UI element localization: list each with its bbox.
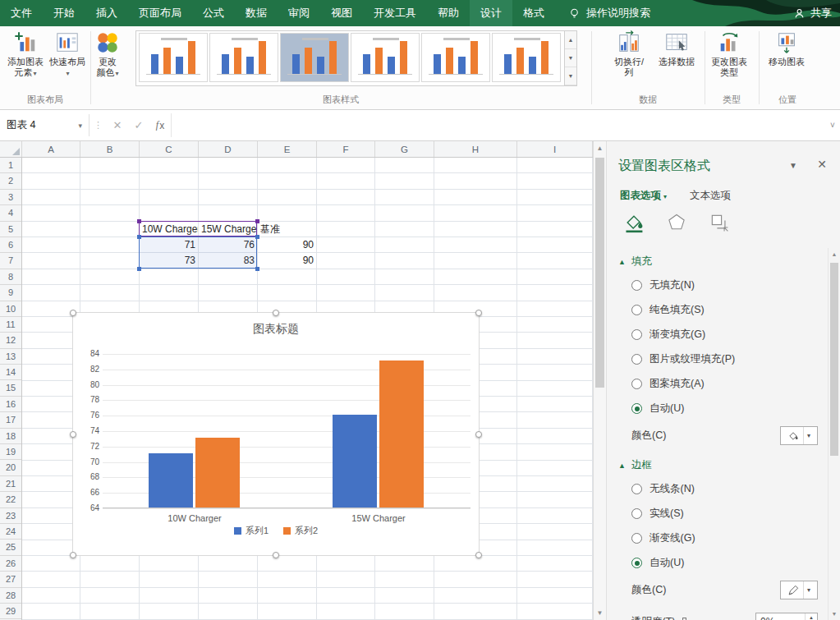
row-header-2[interactable]: 2: [0, 173, 21, 189]
formula-input[interactable]: [171, 113, 825, 137]
switch-row-column-button[interactable]: 切换行/列: [611, 30, 647, 78]
border-option-2[interactable]: 实线(S): [631, 507, 823, 521]
column-header-E[interactable]: E: [258, 141, 317, 157]
row-header-17[interactable]: 17: [0, 412, 21, 428]
quick-layout-button[interactable]: 快速布局▾: [48, 30, 87, 79]
tell-me-search[interactable]: 操作说明搜索: [568, 0, 650, 26]
transparency-spinner[interactable]: 0% ▲▼: [755, 613, 818, 620]
chart-resize-handle[interactable]: [70, 552, 76, 558]
gallery-up-icon[interactable]: ▲: [565, 31, 576, 49]
border-option-4[interactable]: 自动(U): [631, 556, 823, 570]
share-button[interactable]: 共享: [793, 0, 832, 26]
ribbon-tab-3[interactable]: 插入: [85, 0, 128, 26]
border-section-header[interactable]: ▲ 边框: [618, 458, 823, 472]
row-header-22[interactable]: 22: [0, 492, 21, 507]
row-header-8[interactable]: 8: [0, 269, 21, 285]
ribbon-tab-2[interactable]: 开始: [43, 0, 85, 26]
chart-legend[interactable]: 系列1系列2: [73, 525, 479, 537]
gallery-more-icon[interactable]: ▼: [565, 67, 576, 85]
gallery-down-icon[interactable]: ▼: [565, 49, 576, 67]
row-header-24[interactable]: 24: [0, 524, 21, 540]
tab-text-options[interactable]: 文本选项: [690, 189, 731, 203]
chart-resize-handle[interactable]: [475, 431, 482, 438]
row-header-23[interactable]: 23: [0, 508, 21, 524]
bar-系列1-10W Charger[interactable]: [149, 453, 193, 507]
bar-系列1-15W Charger[interactable]: [333, 415, 377, 507]
row-header-11[interactable]: 11: [0, 317, 21, 333]
border-color-button[interactable]: ▾: [780, 581, 818, 599]
cell-E5[interactable]: 基准: [258, 222, 316, 237]
column-header-A[interactable]: A: [22, 141, 80, 157]
pane-close-icon[interactable]: ✕: [817, 158, 827, 171]
pane-options-arrow-icon[interactable]: ▼: [789, 161, 797, 170]
select-all-corner[interactable]: [0, 141, 22, 157]
pane-scrollbar[interactable]: ▲ ▼: [828, 248, 840, 620]
fill-color-button[interactable]: ▾: [780, 426, 818, 445]
scroll-up-icon[interactable]: ▲: [829, 248, 840, 260]
fill-option-4[interactable]: 图片或纹理填充(P): [631, 352, 823, 366]
column-header-C[interactable]: C: [140, 141, 199, 157]
fill-option-3[interactable]: 渐变填充(G): [631, 328, 823, 342]
row-header-28[interactable]: 28: [0, 588, 21, 604]
ribbon-tab-8[interactable]: 视图: [320, 0, 363, 26]
chart-style-3[interactable]: [209, 33, 278, 82]
cell-E7[interactable]: 90: [258, 253, 316, 269]
row-header-16[interactable]: 16: [0, 397, 21, 412]
chart-style-5[interactable]: [351, 33, 420, 82]
chart-resize-handle[interactable]: [475, 310, 482, 316]
effects-icon[interactable]: [666, 212, 687, 233]
select-data-button[interactable]: 选择数据: [657, 30, 696, 67]
chart-resize-handle[interactable]: [475, 552, 482, 558]
row-header-27[interactable]: 27: [0, 572, 21, 587]
size-properties-icon[interactable]: [709, 212, 730, 233]
row-header-21[interactable]: 21: [0, 476, 21, 492]
fill-section-header[interactable]: ▲ 填充: [618, 255, 823, 269]
row-header-26[interactable]: 26: [0, 556, 21, 572]
border-option-3[interactable]: 渐变线(G): [631, 531, 823, 545]
row-header-3[interactable]: 3: [0, 190, 21, 205]
row-header-4[interactable]: 4: [0, 205, 21, 221]
scroll-up-icon[interactable]: ▲: [594, 141, 606, 155]
ribbon-tab-10[interactable]: 帮助: [427, 0, 470, 26]
cancel-icon[interactable]: ✕: [107, 110, 128, 140]
row-header-15[interactable]: 15: [0, 380, 21, 396]
ribbon-tab-11[interactable]: 设计: [470, 0, 512, 26]
legend-item-2[interactable]: 系列2: [283, 525, 318, 537]
ribbon-tab-5[interactable]: 公式: [192, 0, 235, 26]
change-colors-button[interactable]: 更改颜色▾: [95, 30, 120, 79]
bar-系列2-15W Charger[interactable]: [379, 361, 424, 507]
cell-D7[interactable]: 83: [199, 253, 257, 269]
chart-resize-handle[interactable]: [70, 431, 76, 438]
row-header-14[interactable]: 14: [0, 365, 21, 380]
chart-title[interactable]: 图表标题: [73, 322, 479, 337]
insert-function-icon[interactable]: fx: [149, 110, 171, 140]
chart-style-7[interactable]: [492, 33, 561, 82]
ribbon-tab-1[interactable]: 文件: [0, 0, 43, 26]
row-header-20[interactable]: 20: [0, 460, 21, 475]
ribbon-tab-4[interactable]: 页面布局: [128, 0, 192, 26]
row-header-18[interactable]: 18: [0, 429, 21, 444]
ribbon-tab-9[interactable]: 开发工具: [363, 0, 427, 26]
formula-bar-expand-icon[interactable]: ˅: [825, 110, 840, 140]
scroll-down-icon[interactable]: ▼: [829, 608, 840, 620]
column-header-F[interactable]: F: [317, 141, 375, 157]
scrollbar-thumb[interactable]: [830, 263, 838, 456]
fill-option-1[interactable]: 无填充(N): [631, 278, 823, 292]
change-chart-type-button[interactable]: 更改图表类型: [709, 30, 749, 78]
legend-item-1[interactable]: 系列1: [234, 525, 269, 537]
row-header-29[interactable]: 29: [0, 604, 21, 619]
chart-style-6[interactable]: [421, 33, 490, 82]
fill-option-6[interactable]: 自动(U): [631, 402, 823, 416]
chart-style-2[interactable]: [139, 33, 208, 82]
embedded-chart[interactable]: 图表标题 8482807876747270686664 10W Charger1…: [72, 312, 480, 556]
row-header-6[interactable]: 6: [0, 237, 21, 253]
ribbon-tab-6[interactable]: 数据: [235, 0, 278, 26]
fill-line-icon[interactable]: [623, 212, 645, 233]
scrollbar-thumb[interactable]: [595, 158, 604, 388]
bar-系列2-10W Charger[interactable]: [195, 438, 240, 507]
row-header-7[interactable]: 7: [0, 253, 21, 269]
row-header-9[interactable]: 9: [0, 285, 21, 301]
cell-C5[interactable]: 10W Charger: [140, 222, 198, 237]
sheet-vertical-scrollbar[interactable]: ▲ ▼: [593, 141, 606, 620]
row-header-19[interactable]: 19: [0, 444, 21, 460]
